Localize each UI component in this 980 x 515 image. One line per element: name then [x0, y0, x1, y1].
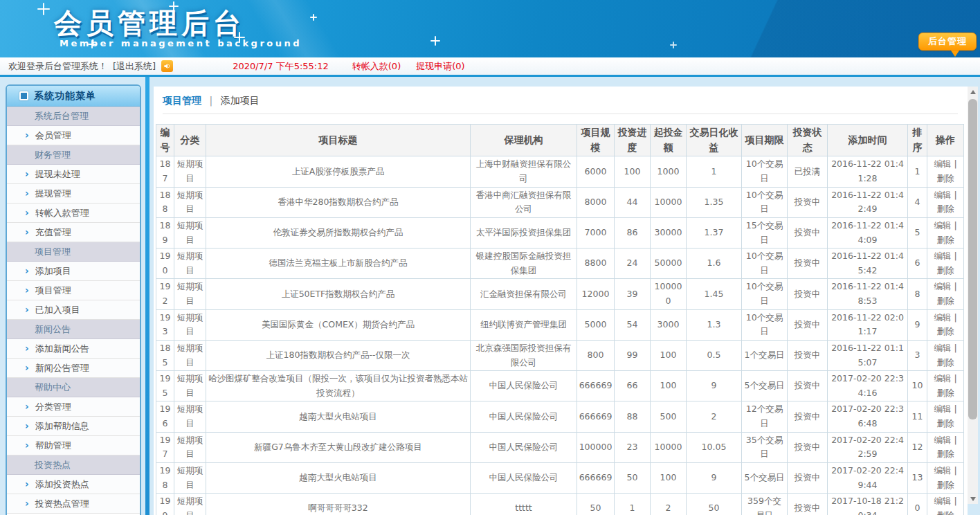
table-cell: 投资中: [788, 340, 828, 370]
sidebar-item[interactable]: ›帮助管理: [7, 436, 140, 455]
table-cell: 196: [156, 401, 174, 432]
column-header: 投资进度: [615, 125, 651, 156]
sidebar-item[interactable]: ›添加项目: [7, 262, 140, 281]
table-cell: 9: [687, 371, 742, 401]
table-cell: 10个交易日: [742, 309, 788, 340]
table-cell: 2017-02-20 22:34:16: [828, 371, 908, 401]
sidebar-item-label: 提现管理: [35, 188, 71, 199]
sidebar-item[interactable]: ›分类管理: [7, 397, 140, 417]
table-cell: 195: [156, 371, 174, 401]
table-cell: 中国人民保险公司: [471, 432, 577, 462]
table-cell: 100: [651, 462, 687, 493]
row-actions[interactable]: 编辑 | 删除: [927, 340, 964, 370]
table-cell: 198: [156, 462, 174, 493]
sidebar-item[interactable]: ›添加新闻公告: [7, 339, 140, 359]
table-cell: 2016-11-22 01:41:28: [828, 156, 908, 187]
chevron-right-icon: ›: [25, 265, 29, 276]
table-cell: 1: [687, 156, 742, 187]
sidebar-item[interactable]: ›添加投资热点: [7, 475, 140, 494]
table-cell: 1.45: [687, 279, 742, 309]
sidebar-category: 财务管理: [7, 145, 140, 165]
table-row: 198短期项目越南大型火电站项目中国人民保险公司6666695010095个交易…: [156, 462, 964, 493]
sidebar-item[interactable]: ›新闻公告管理: [7, 359, 140, 378]
sidebar-item-label: 项目管理: [35, 285, 71, 296]
chevron-right-icon: ›: [25, 129, 29, 141]
sidebar-item[interactable]: ›提现未处理: [7, 165, 140, 184]
sidebar-item[interactable]: ›添加帮助信息: [7, 417, 140, 436]
breadcrumb-separator: |: [209, 95, 212, 106]
table-cell: 10: [908, 371, 927, 401]
table-cell: 短期项目: [174, 279, 206, 309]
table-cell: 中国人民保险公司: [471, 401, 577, 432]
row-actions[interactable]: 编辑 | 删除: [927, 432, 964, 462]
column-header: 起投金额: [651, 125, 687, 156]
table-cell: 50: [577, 494, 615, 515]
row-actions[interactable]: 编辑 | 删除: [927, 279, 964, 309]
logout-link[interactable]: [退出系统]: [113, 60, 156, 73]
sidebar-item[interactable]: ›已加入项目: [7, 300, 140, 320]
sidebar-item[interactable]: ›提现管理: [7, 184, 140, 204]
table-cell: 2016-11-22 01:44:09: [828, 217, 908, 248]
table-cell: 10.05: [687, 432, 742, 462]
table-row: 188短期项目香港中华280指数期权合约产品香港中商汇融资担保有限公司80004…: [156, 187, 964, 217]
table-cell: 8000: [577, 187, 615, 217]
table-cell: 666669: [577, 401, 615, 432]
chevron-right-icon: ›: [25, 420, 29, 431]
withdraw-request-link[interactable]: 提现申请(0): [416, 60, 464, 73]
scrollbar-thumb[interactable]: [968, 99, 977, 419]
sparkle-icon: [435, 36, 436, 46]
projects-table: 编号分类项目标题保理机构项目规模投资进度起投金额交易日化收益项目期限投资状态添加…: [156, 124, 964, 515]
table-cell: 188: [156, 187, 174, 217]
row-actions[interactable]: 编辑 | 删除: [927, 494, 964, 515]
row-actions[interactable]: 编辑 | 删除: [927, 401, 964, 432]
table-cell: 10个交易日: [742, 249, 788, 279]
table-cell: 88: [615, 401, 651, 432]
app-title: 会员管理后台: [54, 4, 245, 42]
row-actions[interactable]: 编辑 | 删除: [927, 156, 964, 187]
table-row: 193短期项目美国国际黄金（COMEX）期货合约产品纽约联博资产管理集团5000…: [156, 309, 964, 340]
sidebar-item[interactable]: ›项目管理: [7, 281, 140, 300]
sidebar-item-label: 添加新闻公告: [35, 343, 89, 354]
row-actions[interactable]: 编辑 | 删除: [927, 309, 964, 340]
row-actions[interactable]: 编辑 | 删除: [927, 371, 964, 401]
table-header-row: 编号分类项目标题保理机构项目规模投资进度起投金额交易日化收益项目期限投资状态添加…: [156, 125, 964, 156]
table-cell: 投资中: [788, 494, 828, 515]
table-row: 187短期项目上证A股涨停板股票产品上海中财融资担保有限公司6000100100…: [156, 156, 964, 187]
admin-button[interactable]: 后台管理: [918, 33, 977, 51]
sidebar-item[interactable]: ›会员管理: [7, 126, 140, 145]
table-cell: 短期项目: [174, 340, 206, 370]
chevron-right-icon: ›: [25, 440, 29, 451]
row-actions[interactable]: 编辑 | 删除: [927, 217, 964, 248]
transfer-in-link[interactable]: 转帐入款(0): [352, 60, 401, 73]
breadcrumb-current: 添加项目: [221, 95, 260, 106]
breadcrumb-section[interactable]: 项目管理: [163, 95, 201, 106]
row-actions[interactable]: 编辑 | 删除: [927, 249, 964, 279]
table-cell: 伦敦证券交易所指数期权合约产品: [206, 217, 471, 248]
sidebar-item[interactable]: ›充值管理: [7, 223, 140, 242]
speaker-icon[interactable]: [161, 60, 173, 72]
table-cell: 中国人民保险公司: [471, 462, 577, 493]
sidebar-item[interactable]: ›转帐入款管理: [7, 204, 140, 223]
sidebar-item-label: 帮助管理: [35, 440, 71, 451]
table-cell: 193: [156, 309, 174, 340]
column-header: 项目规模: [577, 125, 615, 156]
chevron-right-icon: ›: [25, 401, 29, 412]
table-cell: 短期项目: [174, 432, 206, 462]
sidebar-item-label: 添加投资热点: [35, 479, 89, 489]
sparkle-icon: [43, 3, 44, 15]
scrollbar[interactable]: [968, 87, 978, 504]
sidebar-item-label: 项目管理: [35, 246, 71, 257]
sidebar-item-label: 帮助中心: [35, 382, 71, 392]
row-actions[interactable]: 编辑 | 删除: [927, 187, 964, 217]
table-cell: 短期项目: [174, 187, 206, 217]
scroll-up-icon[interactable]: [968, 87, 978, 97]
scroll-down-icon[interactable]: [968, 494, 978, 504]
welcome-text: 欢迎登录后台管理系统！: [8, 60, 107, 73]
table-cell: 1.35: [687, 187, 742, 217]
chevron-right-icon: ›: [25, 478, 29, 489]
table-cell: 0.5: [687, 340, 742, 370]
row-actions[interactable]: 编辑 | 删除: [927, 462, 964, 493]
table-cell: 德国法兰克福主板上市新股合约产品: [206, 249, 471, 279]
sidebar-item[interactable]: ›投资热点管理: [7, 494, 140, 514]
table-row: 185短期项目上证180指数期权合约产品--仅限一次北京森强国际投资担保有限公司…: [156, 340, 964, 370]
